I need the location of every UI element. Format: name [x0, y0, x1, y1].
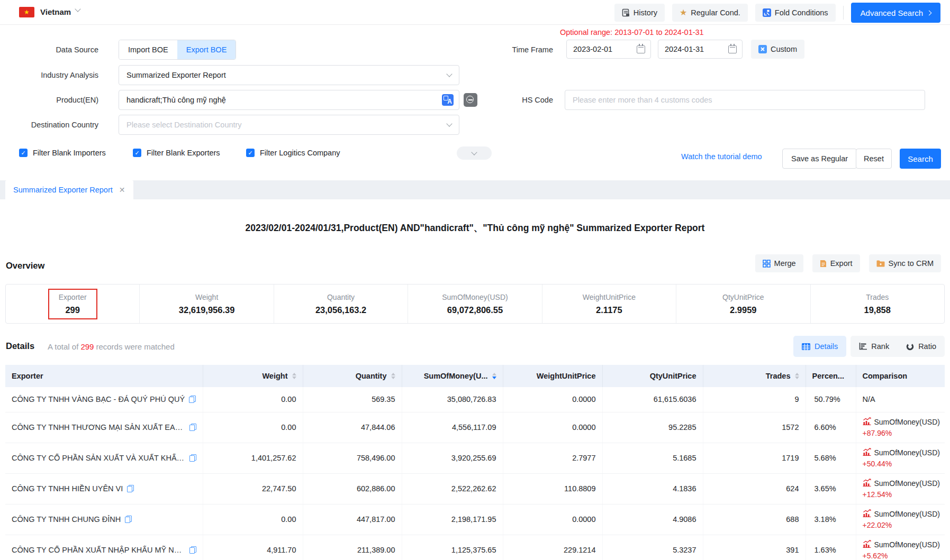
merge-button[interactable]: Merge	[755, 254, 803, 272]
collapse-conditions-button[interactable]	[457, 146, 492, 160]
calendar-icon	[637, 45, 645, 53]
column-label: Quantity	[356, 372, 387, 380]
sync-to-crm-button[interactable]: Sync to CRM	[869, 254, 941, 272]
comparison-cell: SumOfMoney(USD)+12.54%	[856, 473, 945, 504]
sort-icons[interactable]	[492, 373, 496, 379]
overview-stat-trades: Trades19,858	[810, 284, 944, 323]
stat-value: 69,072,806.55	[447, 305, 503, 315]
translate-icon[interactable]: A	[442, 94, 454, 106]
sort-asc-icon[interactable]	[795, 373, 799, 375]
history-button[interactable]: History	[614, 4, 665, 22]
exporter-name[interactable]: CÔNG TY TNHH VÀNG BẠC - ĐÁ QUÝ PHÚ QUÝ	[12, 395, 185, 403]
country-selector-label[interactable]: Vietnam	[40, 7, 71, 16]
product-en-input[interactable]	[126, 96, 442, 104]
view-rank-button[interactable]: Rank	[851, 336, 898, 357]
product-en-field[interactable]: A	[119, 90, 459, 110]
stat-value: 19,858	[864, 305, 891, 315]
hs-code-field[interactable]	[565, 90, 925, 110]
stat-label: WeightUnitPrice	[583, 293, 636, 301]
sort-asc-icon[interactable]	[391, 373, 395, 375]
filter-blank-exporters-checkbox[interactable]: ✓ Filter Blank Exporters	[133, 149, 220, 157]
reset-button[interactable]: Reset	[856, 149, 892, 169]
comparison-cell: N/A	[856, 387, 945, 412]
industry-analysis-select[interactable]: Summarized Exporter Report	[119, 65, 459, 85]
column-header-trades[interactable]: Trades	[703, 365, 806, 387]
exporter-cell: CÔNG TY TNHH THƯƠNG MẠI SẢN XUẤT EAG...	[5, 412, 203, 443]
comparison-cell: SumOfMoney(USD)+5.62%	[856, 535, 945, 560]
column-label: Percen...	[812, 372, 844, 380]
sort-icons[interactable]	[292, 373, 296, 379]
destination-country-select[interactable]: Please select Destination Country	[119, 115, 459, 135]
overview-stat-weightunitprice: WeightUnitPrice2.1175	[542, 284, 676, 323]
exporter-cell: CÔNG TY TNHH HIỀN UYÊN VI	[5, 473, 203, 504]
column-header-qtyunitprice: QtyUnitPrice	[602, 365, 703, 387]
star-icon: ★	[680, 8, 687, 17]
sort-icons[interactable]	[391, 373, 395, 379]
column-header-quantity[interactable]: Quantity	[303, 365, 402, 387]
copy-icon[interactable]	[127, 485, 134, 492]
hs-code-input[interactable]	[573, 96, 919, 104]
qty-unit-price-cell: 4.9086	[602, 504, 703, 535]
table-row: CÔNG TY TNHH HIỀN UYÊN VI22,747.50602,88…	[5, 473, 945, 504]
regular-cond-button[interactable]: ★ Regular Cond.	[672, 4, 748, 22]
comparison-cell: SumOfMoney(USD)+87.96%	[856, 412, 945, 443]
trades-cell: 9	[703, 387, 806, 412]
sort-desc-icon[interactable]	[795, 377, 799, 379]
sum-of-money-cell: 4,556,117.09	[402, 412, 503, 443]
weight-cell: 1,401,257.62	[203, 443, 303, 473]
trend-up-icon	[863, 448, 871, 457]
column-label: Exporter	[12, 372, 43, 380]
sort-icons[interactable]	[795, 373, 799, 379]
end-date-input[interactable]	[665, 45, 724, 53]
qty-unit-price-cell: 95.2285	[602, 412, 703, 443]
save-as-regular-button[interactable]: Save as Regular	[782, 149, 857, 169]
copy-icon[interactable]	[189, 454, 196, 462]
copy-icon[interactable]	[189, 396, 196, 403]
exporter-cell: CÔNG TY CỔ PHẦN SẢN XUẤT VÀ XUẤT KHẨU ..…	[5, 443, 203, 473]
filter-blank-importers-checkbox[interactable]: ✓ Filter Blank Importers	[19, 149, 106, 157]
advanced-search-button[interactable]: Advanced Search	[851, 3, 940, 23]
start-date-input[interactable]	[573, 45, 632, 53]
sort-asc-icon[interactable]	[292, 373, 296, 375]
checkbox-checked-icon[interactable]: ✓	[19, 149, 28, 157]
copy-icon[interactable]	[189, 424, 196, 431]
tab-summarized-exporter-report[interactable]: Summarized Exporter Report ✕	[5, 180, 133, 199]
start-date-field[interactable]	[566, 40, 651, 59]
end-date-field[interactable]	[658, 40, 743, 59]
sum-of-money-cell: 35,080,726.83	[402, 387, 503, 412]
column-header-sumofmoney-u[interactable]: SumOfMoney(U...	[402, 365, 503, 387]
exporter-name[interactable]: CÔNG TY TNHH HIỀN UYÊN VI	[12, 484, 123, 493]
exporter-name[interactable]: CÔNG TY CỔ PHẦN XUẤT NHẬP KHẨU MỸ NGH...	[12, 546, 185, 554]
quantity-cell: 758,496.00	[303, 443, 402, 473]
sort-desc-icon[interactable]	[292, 377, 296, 379]
product-en-label: Product(EN)	[0, 90, 98, 110]
search-button[interactable]: Search	[900, 149, 941, 169]
checkbox-checked-icon[interactable]: ✓	[246, 149, 255, 157]
chevron-down-icon[interactable]	[75, 6, 80, 12]
close-icon[interactable]: ✕	[119, 186, 125, 194]
export-button[interactable]: Export	[812, 254, 860, 272]
view-details-button[interactable]: Details	[793, 336, 846, 357]
filter-logitics-company-checkbox[interactable]: ✓ Filter Logitics Company	[246, 149, 340, 157]
quantity-cell: 569.35	[303, 387, 402, 412]
column-header-weight[interactable]: Weight	[203, 365, 303, 387]
checkbox-checked-icon[interactable]: ✓	[133, 149, 141, 157]
exporter-name[interactable]: CÔNG TY TNHH CHUNG ĐỈNH	[12, 515, 121, 524]
tutorial-demo-link[interactable]: Watch the tutorial demo	[681, 152, 762, 161]
copy-icon[interactable]	[125, 516, 132, 523]
export-boe-option[interactable]: Export BOE	[177, 40, 236, 59]
weight-unit-price-cell: 0.0000	[503, 504, 602, 535]
column-label: Weight	[262, 372, 287, 380]
sort-desc-icon[interactable]	[391, 377, 395, 379]
exporter-name[interactable]: CÔNG TY TNHH THƯƠNG MẠI SẢN XUẤT EAG...	[12, 423, 185, 432]
custom-range-button[interactable]: Custom	[751, 40, 804, 59]
sort-asc-icon[interactable]	[492, 373, 496, 375]
fold-conditions-button[interactable]: Fold Conditions	[755, 4, 836, 22]
import-boe-option[interactable]: Import BOE	[119, 40, 177, 59]
sort-desc-icon[interactable]	[492, 377, 496, 379]
copy-icon[interactable]	[189, 546, 196, 554]
exporter-name[interactable]: CÔNG TY CỔ PHẦN SẢN XUẤT VÀ XUẤT KHẨU ..…	[12, 454, 185, 462]
weight-cell: 0.00	[203, 387, 303, 412]
crm-folder-icon	[876, 260, 885, 267]
view-ratio-button[interactable]: Ratio	[898, 336, 945, 357]
